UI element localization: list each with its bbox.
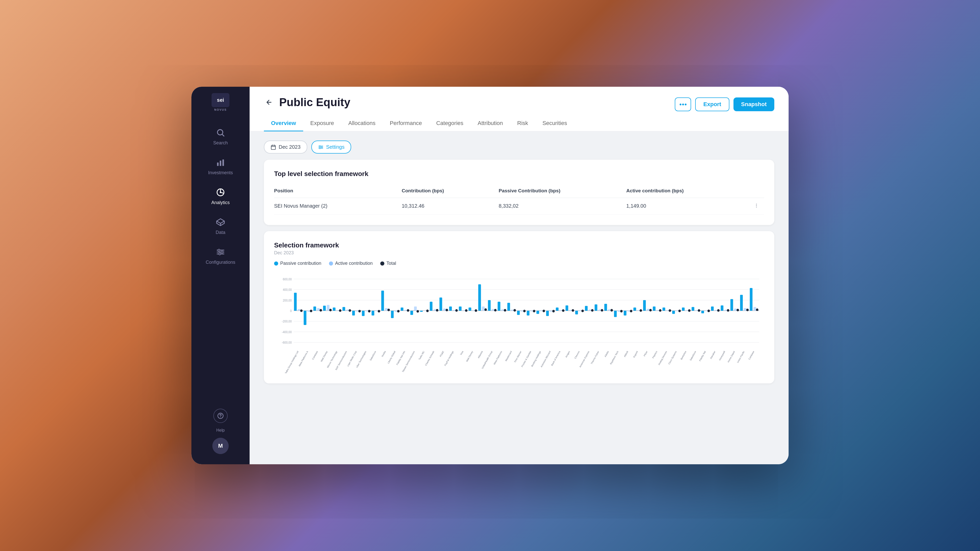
svg-rect-47: [317, 308, 320, 311]
col-active: Active contribution (bps): [626, 188, 749, 194]
svg-point-100: [445, 309, 448, 311]
cell-row-action: [754, 203, 764, 210]
svg-rect-99: [443, 309, 446, 311]
svg-point-13: [220, 417, 221, 417]
svg-rect-227: [753, 307, 756, 311]
tab-risk[interactable]: Risk: [510, 116, 535, 131]
export-button[interactable]: Export: [695, 97, 729, 111]
tab-bar: Overview Exposure Allocations Performanc…: [264, 116, 675, 131]
svg-point-224: [746, 309, 749, 311]
back-button[interactable]: [264, 97, 274, 107]
svg-rect-94: [430, 302, 433, 311]
tab-performance[interactable]: Performance: [383, 116, 429, 131]
svg-rect-122: [498, 302, 501, 311]
sidebar-item-label-analytics: Analytics: [211, 200, 230, 205]
tab-categories[interactable]: Categories: [429, 116, 470, 131]
svg-rect-178: [633, 308, 636, 311]
legend-active-label: Active contribution: [335, 261, 372, 266]
svg-point-84: [407, 309, 409, 312]
svg-rect-223: [744, 308, 746, 311]
svg-rect-218: [730, 299, 733, 311]
date-filter-chip[interactable]: Dec 2023: [264, 141, 307, 154]
snapshot-button[interactable]: Snapshot: [733, 97, 774, 111]
svg-rect-46: [313, 306, 316, 311]
svg-rect-142: [546, 311, 549, 316]
logo-box: sei: [212, 93, 229, 107]
svg-point-20: [319, 148, 320, 149]
investments-icon: [215, 157, 226, 168]
cell-position: SEI Novus Manager (2): [274, 203, 396, 210]
svg-rect-74: [381, 291, 384, 311]
svg-text:-600,00: -600,00: [282, 341, 292, 344]
svg-rect-55: [336, 310, 339, 311]
svg-rect-151: [569, 310, 572, 311]
svg-point-176: [630, 310, 632, 312]
svg-point-92: [426, 310, 429, 312]
sidebar-item-configurations[interactable]: Configurations: [191, 242, 250, 270]
filter-row: Dec 2023 Settings: [264, 141, 774, 154]
svg-rect-163: [598, 310, 601, 311]
svg-text:Liqer Medic Corp: Liqer Medic Corp: [347, 351, 357, 367]
legend-passive-label: Passive contribution: [280, 261, 321, 266]
sidebar-item-investments[interactable]: Investments: [191, 152, 250, 180]
cell-passive: 8,332,02: [499, 203, 621, 210]
svg-rect-107: [463, 310, 465, 311]
more-dot-2: [682, 103, 684, 105]
svg-text:Procter & Gamble: Procter & Gamble: [521, 351, 532, 368]
svg-rect-115: [482, 306, 485, 311]
svg-rect-191: [666, 310, 669, 311]
svg-rect-203: [695, 310, 698, 311]
svg-point-152: [572, 309, 574, 312]
more-button[interactable]: [675, 97, 691, 111]
page-body: Dec 2023 Settings Top level selec: [250, 131, 789, 464]
svg-rect-3: [223, 159, 224, 166]
sidebar-item-search[interactable]: Search: [191, 122, 250, 150]
sidebar-item-data[interactable]: Data: [191, 212, 250, 240]
sidebar-item-analytics[interactable]: Analytics: [191, 182, 250, 210]
svg-rect-127: [511, 310, 514, 311]
chart-subtitle: Dec 2023: [274, 250, 764, 256]
col-actions: [754, 188, 764, 194]
settings-chip[interactable]: Settings: [311, 141, 351, 154]
svg-rect-170: [614, 311, 617, 317]
svg-rect-82: [401, 308, 404, 311]
svg-text:PayPal Holdings: PayPal Holdings: [444, 350, 454, 366]
avatar-initial: M: [218, 443, 223, 449]
svg-rect-210: [711, 306, 714, 311]
svg-point-23: [756, 206, 757, 207]
svg-text:Time Warner: Time Warner: [514, 351, 522, 363]
svg-rect-190: [662, 308, 665, 311]
tab-attribution[interactable]: Attribution: [471, 116, 510, 131]
svg-point-188: [659, 309, 662, 312]
svg-text:Berkshire: Berkshire: [680, 351, 687, 360]
svg-rect-59: [346, 310, 349, 311]
svg-point-132: [523, 310, 526, 312]
page-header-row: Public Equity Overview Exposure Allocati…: [264, 96, 774, 131]
legend-total: Total: [380, 261, 396, 266]
tab-exposure[interactable]: Exposure: [303, 116, 341, 131]
tab-securities[interactable]: Securities: [535, 116, 574, 131]
svg-point-21: [756, 204, 757, 205]
svg-point-112: [475, 309, 477, 312]
svg-rect-110: [469, 308, 471, 311]
svg-text:Meta Platforms: Meta Platforms: [493, 350, 503, 365]
svg-point-216: [727, 309, 729, 312]
svg-text:Chevron: Chevron: [574, 351, 580, 359]
col-position: Position: [274, 188, 396, 194]
svg-rect-207: [705, 311, 708, 311]
sidebar-item-label-investments: Investments: [208, 170, 233, 176]
tab-overview[interactable]: Overview: [264, 116, 303, 131]
help-button[interactable]: [213, 409, 228, 423]
svg-rect-67: [366, 311, 368, 311]
legend-total-dot: [380, 262, 384, 265]
svg-point-9: [218, 249, 220, 251]
tab-allocations[interactable]: Allocations: [341, 116, 383, 131]
svg-rect-126: [508, 303, 510, 311]
svg-text:Liberty Global: Liberty Global: [387, 351, 396, 364]
svg-point-184: [649, 309, 652, 311]
svg-point-108: [465, 309, 468, 312]
svg-rect-42: [304, 311, 307, 325]
user-avatar[interactable]: M: [212, 438, 229, 454]
svg-point-48: [320, 309, 322, 311]
svg-point-11: [219, 253, 221, 255]
